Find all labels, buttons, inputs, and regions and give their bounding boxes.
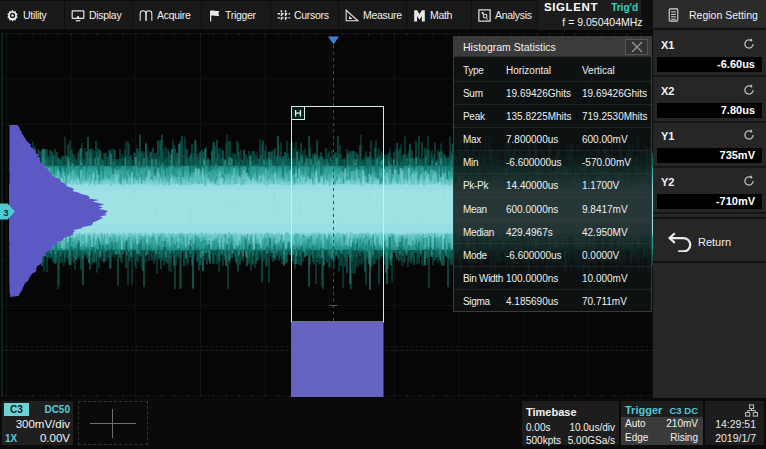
svg-text:3: 3 — [3, 208, 8, 218]
